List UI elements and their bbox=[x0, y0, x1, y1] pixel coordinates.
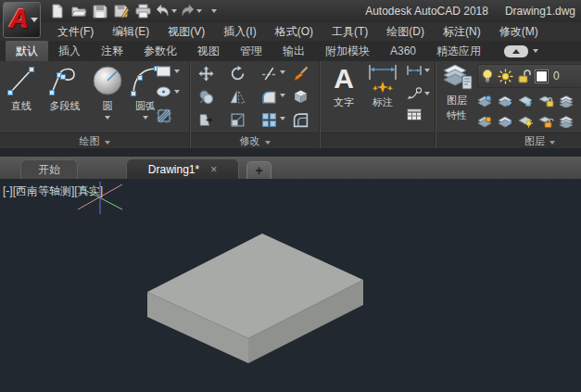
menu-tools[interactable]: 工具(T) bbox=[322, 22, 377, 41]
fillet-button[interactable] bbox=[259, 87, 278, 106]
plot-button[interactable] bbox=[133, 2, 152, 19]
menu-insert[interactable]: 插入(I) bbox=[214, 22, 265, 41]
ribbon-tab-insert[interactable]: 插入 bbox=[48, 41, 91, 61]
offset-button[interactable] bbox=[291, 110, 309, 129]
layer-thaw-button[interactable] bbox=[516, 112, 535, 131]
layer-color-swatch[interactable] bbox=[536, 70, 548, 82]
menu-modify[interactable]: 修改(M) bbox=[490, 22, 548, 41]
current-layer-name: 0 bbox=[553, 70, 560, 82]
layer-walk-button[interactable] bbox=[496, 112, 514, 131]
draw-panel-label[interactable]: 绘图 bbox=[0, 133, 189, 148]
layer-states-button[interactable] bbox=[557, 92, 575, 110]
layers-panel-label[interactable]: 图层 bbox=[436, 133, 581, 148]
layer-freeze-button[interactable] bbox=[516, 92, 535, 110]
drawing-canvas[interactable] bbox=[0, 179, 581, 392]
new-file-button[interactable] bbox=[48, 2, 67, 19]
layer-unlock-icon[interactable] bbox=[517, 69, 532, 84]
menu-draw[interactable]: 绘图(D) bbox=[377, 22, 434, 41]
ribbon-tab-view[interactable]: 视图 bbox=[187, 41, 230, 61]
multileader-button[interactable] bbox=[406, 87, 430, 100]
layer-thaw-sun-icon[interactable] bbox=[498, 69, 513, 84]
linear-dimension-button[interactable] bbox=[406, 65, 430, 76]
make-current-button[interactable] bbox=[496, 92, 514, 110]
layer-on-bulb-icon[interactable] bbox=[481, 69, 494, 84]
menu-file[interactable]: 文件(F) bbox=[48, 22, 103, 41]
layer-on-button[interactable] bbox=[475, 112, 494, 131]
layer-isolate-button[interactable] bbox=[557, 112, 575, 131]
circle-button[interactable]: 圆 bbox=[89, 63, 126, 120]
layer-properties-label-line2: 特性 bbox=[447, 108, 467, 122]
trim-dropdown-icon[interactable] bbox=[280, 70, 285, 74]
file-tab-start[interactable]: 开始 bbox=[20, 159, 78, 180]
line-button[interactable]: 直线 bbox=[2, 63, 41, 113]
fillet-dropdown-icon[interactable] bbox=[280, 94, 285, 97]
ribbon-minimize-dropdown-icon[interactable] bbox=[533, 49, 538, 53]
ribbon-tab-manage[interactable]: 管理 bbox=[230, 41, 272, 61]
close-tab-icon[interactable]: × bbox=[210, 163, 217, 176]
undo-dropdown-icon[interactable] bbox=[171, 9, 177, 13]
application-menu-button[interactable]: A bbox=[3, 2, 41, 38]
multileader-dropdown-icon[interactable] bbox=[424, 92, 430, 95]
quick-access-toolbar bbox=[48, 2, 223, 19]
undo-split-button[interactable] bbox=[155, 4, 177, 18]
redo-split-button[interactable] bbox=[180, 4, 202, 18]
trim-button[interactable] bbox=[259, 64, 278, 82]
copy-button[interactable] bbox=[196, 87, 215, 106]
annotation-panel-label[interactable] bbox=[321, 133, 435, 148]
mirror-button[interactable] bbox=[228, 87, 246, 106]
ellipse-dropdown-icon[interactable] bbox=[174, 90, 180, 94]
ribbon-tab-annotate[interactable]: 注释 bbox=[91, 41, 133, 61]
table-button[interactable] bbox=[406, 107, 423, 121]
qat-customize-button[interactable] bbox=[205, 2, 223, 19]
menu-format[interactable]: 格式(O) bbox=[266, 22, 322, 41]
menu-edit[interactable]: 编辑(E) bbox=[103, 22, 158, 41]
scale-button[interactable] bbox=[228, 110, 246, 129]
redo-dropdown-icon[interactable] bbox=[196, 9, 202, 13]
ribbon-tab-output[interactable]: 输出 bbox=[272, 41, 315, 61]
menu-view[interactable]: 视图(V) bbox=[158, 22, 214, 41]
explode-icon bbox=[293, 89, 309, 105]
save-button[interactable] bbox=[91, 2, 109, 19]
rectangle-dropdown-icon[interactable] bbox=[174, 70, 180, 73]
dimension-button[interactable]: 标注 bbox=[363, 63, 402, 109]
circle-dropdown-icon[interactable] bbox=[105, 116, 110, 120]
array-button[interactable] bbox=[259, 110, 278, 129]
drawing-viewport[interactable]: [-][西南等轴测][真实] bbox=[0, 179, 581, 392]
new-drawing-tab-button[interactable]: + bbox=[246, 161, 272, 180]
menu-dimension[interactable]: 标注(N) bbox=[434, 22, 490, 41]
layer-unlock-button[interactable] bbox=[537, 112, 555, 131]
ribbon-minimize-button[interactable] bbox=[504, 41, 538, 61]
move-button[interactable] bbox=[196, 64, 215, 82]
rectangle-button[interactable] bbox=[156, 65, 180, 78]
layer-lock-button[interactable] bbox=[537, 92, 555, 110]
ribbon-tab-addins[interactable]: 附加模块 bbox=[315, 41, 380, 61]
ribbon-tab-a360[interactable]: A360 bbox=[380, 41, 426, 61]
array-dropdown-icon[interactable] bbox=[280, 117, 285, 120]
layer-properties-button[interactable]: 图层 特性 bbox=[438, 63, 475, 122]
modify-panel-label[interactable]: 修改 bbox=[191, 133, 319, 148]
file-tab-drawing1[interactable]: Drawing1* × bbox=[126, 158, 239, 180]
hatch-button[interactable] bbox=[156, 107, 172, 124]
crosshair-cursor bbox=[78, 182, 122, 214]
ellipse-button[interactable] bbox=[156, 85, 180, 98]
open-button[interactable] bbox=[69, 2, 88, 19]
polyline-button[interactable]: 多段线 bbox=[41, 63, 89, 113]
arc-dropdown-icon[interactable] bbox=[143, 116, 148, 120]
layer-off-button[interactable] bbox=[475, 92, 494, 110]
multileader-icon bbox=[406, 87, 423, 100]
linear-dimension-dropdown-icon[interactable] bbox=[424, 69, 430, 72]
ribbon-tab-home[interactable]: 默认 bbox=[6, 41, 48, 61]
layer-unlock-tool-icon bbox=[537, 115, 554, 128]
ribbon-tab-parametric[interactable]: 参数化 bbox=[133, 41, 187, 61]
erase-button[interactable] bbox=[291, 64, 309, 82]
line-label: 直线 bbox=[11, 99, 32, 113]
stretch-button[interactable] bbox=[196, 110, 215, 129]
explode-button[interactable] bbox=[291, 87, 309, 106]
save-as-button[interactable] bbox=[112, 2, 131, 19]
layer-dropdown[interactable]: 0 bbox=[477, 64, 581, 88]
app-title-text: Autodesk AutoCAD 2018 bbox=[365, 5, 488, 18]
rotate-button[interactable] bbox=[228, 64, 246, 82]
box-solid[interactable] bbox=[147, 234, 363, 363]
ribbon-tab-featured-apps[interactable]: 精选应用 bbox=[426, 41, 491, 61]
text-button[interactable]: A 文字 bbox=[326, 63, 361, 109]
